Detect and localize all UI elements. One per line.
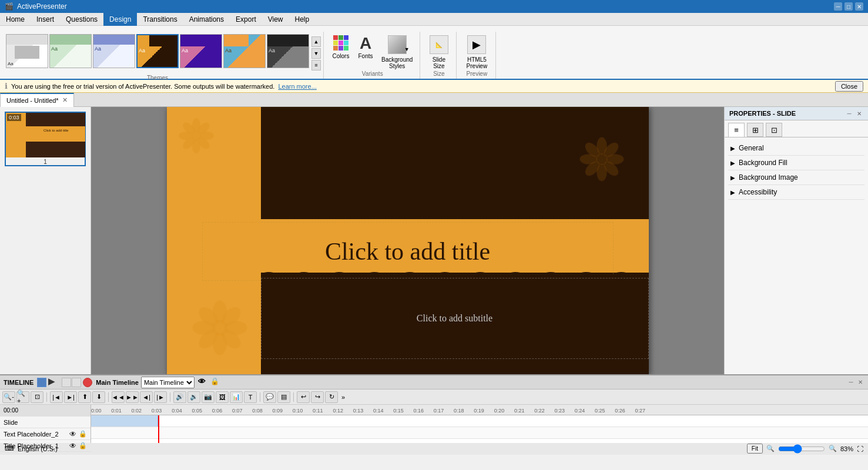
tl-caption[interactable]: 💬 — [263, 391, 276, 403]
menu-design[interactable]: Design — [103, 13, 137, 26]
track-title-eye-icon[interactable]: 👁 — [69, 442, 76, 450]
colors-button[interactable]: Colors — [330, 34, 352, 70]
play-button[interactable]: ▶ — [48, 377, 60, 388]
tl-video[interactable]: 📷 — [202, 391, 215, 403]
theme-sand[interactable]: Aa — [223, 34, 266, 68]
tl-track-add[interactable]: |◄ — [50, 391, 63, 403]
prop-section-background-fill[interactable]: ▶ Background Fill — [728, 156, 864, 170]
background-styles-button[interactable]: ▼ BackgroundStyles — [379, 34, 415, 70]
themes-scroll-up[interactable]: ▲ — [311, 36, 321, 47]
tl-sep-3 — [170, 392, 170, 402]
tl-text[interactable]: T — [244, 391, 257, 403]
track-text-placeholder-2[interactable]: Text Placeholder_2 👁 🔒 — [0, 428, 91, 440]
tl-move-right[interactable]: ►► — [126, 391, 139, 403]
zoom-slider[interactable] — [778, 444, 825, 454]
tl-zoom-out[interactable]: 🔍- — [2, 391, 15, 403]
theme-blue[interactable]: Aa — [93, 34, 135, 68]
tl-track-merge[interactable]: ⬇ — [92, 391, 105, 403]
doc-tab-untitled[interactable]: Untitled - Untitled* ✕ — [0, 93, 74, 107]
title-bar-controls[interactable]: ─ □ ✕ — [834, 2, 863, 11]
menu-home[interactable]: Home — [0, 13, 31, 26]
prop-arrow-bg-fill: ▶ — [730, 160, 735, 166]
tl-redo-1[interactable]: ↪ — [311, 391, 324, 403]
info-learn-more-link[interactable]: Learn more... — [278, 83, 316, 90]
menu-help[interactable]: Help — [289, 13, 316, 26]
track-title-data[interactable] — [91, 439, 868, 443]
slide-size-button[interactable]: 📐 SlideSize — [427, 34, 451, 70]
html5-preview-button[interactable]: ▶ HTML5Preview — [464, 34, 490, 70]
tl-audio2[interactable]: 🔉 — [187, 391, 200, 403]
menu-view[interactable]: View — [262, 13, 289, 26]
minimize-button[interactable]: ─ — [834, 2, 842, 11]
tl-fit[interactable]: ⊡ — [31, 391, 43, 403]
tl-image[interactable]: 🖼 — [216, 391, 229, 403]
theme-dark[interactable]: Aa — [267, 34, 309, 68]
properties-close-button[interactable]: ✕ — [855, 109, 863, 118]
menu-transitions[interactable]: Transitions — [137, 13, 183, 26]
prop-section-general[interactable]: ▶ General — [728, 141, 864, 156]
ruler-tick-3: 0:03 — [152, 408, 172, 414]
tl-chart[interactable]: 📊 — [230, 391, 243, 403]
tl-more[interactable]: » — [339, 394, 347, 401]
track-slide-data[interactable] — [91, 415, 868, 427]
tl-trim-right[interactable]: |► — [154, 391, 167, 403]
prop-tab-list[interactable]: ≡ — [728, 123, 745, 137]
menu-questions[interactable]: Questions — [60, 13, 103, 26]
tl-redo-2[interactable]: ↻ — [325, 391, 338, 403]
track-slide[interactable]: Slide — [0, 417, 91, 428]
record-dot-button[interactable] — [83, 378, 92, 387]
timeline-close-button[interactable]: ✕ — [856, 378, 864, 387]
timeline-ruler-area[interactable]: 0:00 0:01 0:02 0:03 0:04 0:05 0:06 0:07 … — [91, 405, 868, 443]
tl-move-left[interactable]: ◄◄ — [112, 391, 125, 403]
timeline-select[interactable]: Main Timeline — [141, 377, 195, 388]
play-mode-1[interactable] — [62, 378, 71, 387]
track-text-data[interactable] — [91, 427, 868, 439]
themes-scroll-middle[interactable]: ▼ — [311, 48, 321, 59]
theme-pink[interactable]: Aa — [180, 34, 222, 68]
timeline-minimize-button[interactable]: ─ — [847, 378, 855, 387]
svg-point-17 — [596, 153, 608, 165]
close-button[interactable]: ✕ — [855, 2, 863, 11]
menu-export[interactable]: Export — [230, 13, 262, 26]
prop-tab-layout[interactable]: ⊡ — [766, 123, 782, 137]
doc-tab-close-button[interactable]: ✕ — [62, 96, 68, 104]
track-title-lock-icon[interactable]: 🔒 — [79, 442, 87, 449]
subtitle-placeholder[interactable]: Click to add subtitle — [261, 278, 649, 358]
prop-tab-table[interactable]: ⊞ — [747, 123, 763, 137]
playhead[interactable] — [158, 415, 159, 443]
prop-section-accessibility[interactable]: ▶ Accessibility — [728, 185, 864, 200]
ruler-tick-6: 0:06 — [212, 408, 232, 414]
tl-undo[interactable]: ↩ — [297, 391, 310, 403]
track-text-lock-icon[interactable]: 🔒 — [79, 430, 87, 438]
track-text-eye-icon[interactable]: 👁 — [69, 430, 76, 438]
timeline-eye-button[interactable]: 👁 — [198, 377, 209, 388]
tl-subtitle[interactable]: ▤ — [277, 391, 290, 403]
themes-scroll[interactable]: ▲ ▼ ≡ — [311, 36, 321, 70]
zoom-fit-button[interactable]: Fit — [747, 444, 763, 454]
menu-animations[interactable]: Animations — [183, 13, 230, 26]
slide-canvas[interactable]: Click to add title Click to add subtitle — [167, 107, 649, 374]
theme-office[interactable]: Aa — [49, 34, 92, 68]
tl-track-split[interactable]: ⬆ — [78, 391, 91, 403]
record-button[interactable] — [37, 378, 46, 387]
prop-section-background-image[interactable]: ▶ Background Image — [728, 170, 864, 185]
tl-trim-left[interactable]: ◄| — [140, 391, 153, 403]
tl-track-end[interactable]: ►| — [64, 391, 77, 403]
zoom-in-icon[interactable]: 🔍 — [829, 445, 837, 452]
themes-scroll-down[interactable]: ≡ — [311, 60, 321, 70]
tl-audio[interactable]: 🔊 — [173, 391, 186, 403]
menu-insert[interactable]: Insert — [31, 13, 60, 26]
tl-zoom-in[interactable]: 🔍+ — [16, 391, 29, 403]
play-mode-2[interactable] — [72, 378, 81, 387]
fullscreen-icon[interactable]: ⛶ — [857, 445, 863, 452]
slide-thumb-1[interactable]: 0:03 Click to add title 1 — [5, 112, 86, 166]
theme-autumn[interactable]: Aa Autumn — [136, 34, 179, 68]
theme-default[interactable]: Aa — [6, 34, 48, 68]
zoom-out-icon[interactable]: 🔍 — [766, 445, 775, 452]
timeline-lock-button[interactable]: 🔒 — [210, 377, 221, 388]
properties-minimize-button[interactable]: ─ — [845, 109, 853, 118]
maximize-button[interactable]: □ — [844, 2, 853, 11]
fonts-button[interactable]: A Fonts — [354, 34, 377, 70]
info-close-button[interactable]: Close — [835, 81, 863, 92]
canvas-area[interactable]: Click to add title Click to add subtitle — [91, 107, 724, 374]
